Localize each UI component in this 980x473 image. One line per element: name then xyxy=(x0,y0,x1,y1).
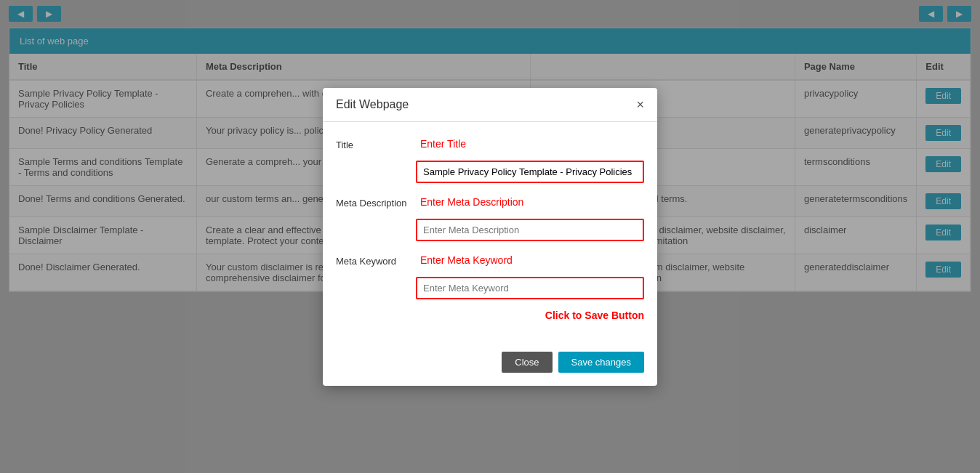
title-form-row: Title Enter Title xyxy=(336,135,644,150)
edit-webpage-modal: Edit Webpage × Title Enter Title Meta De… xyxy=(323,88,657,386)
modal-overlay: Edit Webpage × Title Enter Title Meta De… xyxy=(0,0,980,473)
close-button[interactable]: Close xyxy=(502,352,552,373)
modal-close-button[interactable]: × xyxy=(636,98,644,111)
modal-header: Edit Webpage × xyxy=(323,88,657,122)
meta-desc-form-row: Meta Description Enter Meta Description xyxy=(336,193,644,209)
meta-desc-input-row xyxy=(336,219,644,241)
title-label: Title xyxy=(336,135,416,150)
modal-title: Edit Webpage xyxy=(336,98,409,111)
meta-keyword-form-row: Meta Keyword Enter Meta Keyword xyxy=(336,251,644,267)
meta-desc-placeholder-hint: Enter Meta Description xyxy=(420,193,523,208)
title-input-row xyxy=(336,161,644,183)
save-changes-button[interactable]: Save changes xyxy=(558,352,644,373)
meta-desc-label: Meta Description xyxy=(336,193,416,209)
save-hint-text: Click to Save Button xyxy=(336,310,644,321)
meta-keyword-placeholder-hint: Enter Meta Keyword xyxy=(420,251,513,266)
meta-keyword-label: Meta Keyword xyxy=(336,251,416,267)
meta-keyword-input[interactable] xyxy=(416,277,644,299)
title-placeholder-hint: Enter Title xyxy=(420,135,466,150)
modal-body: Title Enter Title Meta Description Enter… xyxy=(323,122,657,344)
title-input-wrap xyxy=(416,161,644,183)
meta-keyword-input-wrap xyxy=(416,277,644,299)
title-input[interactable] xyxy=(416,161,644,183)
meta-keyword-input-row xyxy=(336,277,644,299)
modal-footer: Close Save changes xyxy=(323,344,657,386)
meta-desc-input-wrap xyxy=(416,219,644,241)
meta-description-input[interactable] xyxy=(416,219,644,241)
